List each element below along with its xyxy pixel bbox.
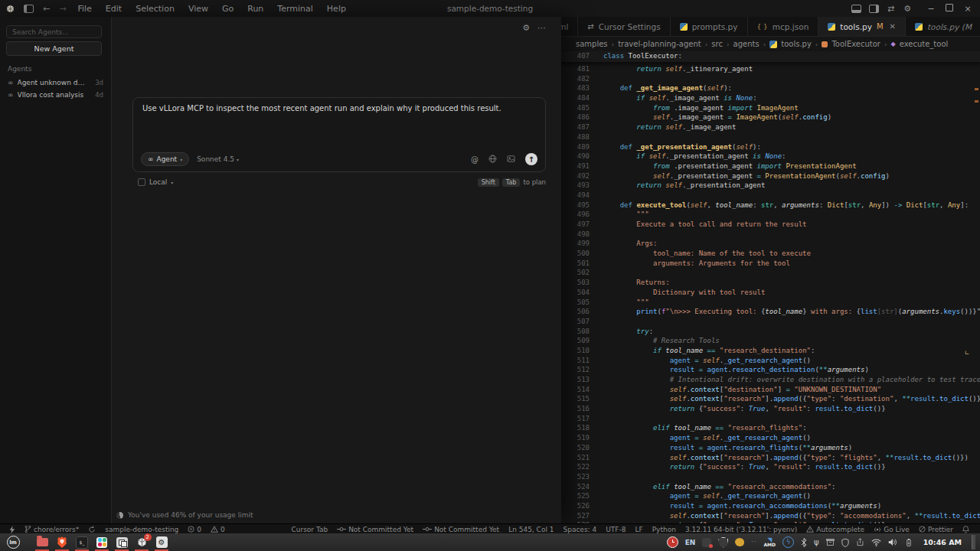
- statusbar-item-golive[interactable]: Go Live: [869, 526, 914, 533]
- editor-tab[interactable]: tools.pyM✕: [818, 17, 906, 36]
- breadcrumb-item[interactable]: agents: [733, 40, 760, 48]
- panel-right-icon[interactable]: [869, 5, 879, 13]
- maximize-button[interactable]: [940, 4, 959, 14]
- prompt-text[interactable]: Use vLLora MCP to inspect the most recen…: [142, 103, 536, 113]
- chat-more-icon[interactable]: ⋯: [537, 23, 546, 33]
- power-mode-icon[interactable]: ϟ: [782, 536, 794, 548]
- breadcrumb-item[interactable]: src: [711, 40, 723, 48]
- cube-app-button[interactable]: 2: [132, 533, 152, 551]
- menu-view[interactable]: View: [181, 4, 215, 14]
- statusbar-item-commit[interactable]: Not Committed Yet: [418, 526, 504, 533]
- new-agent-button[interactable]: New Agent: [6, 41, 102, 56]
- breadcrumb-item[interactable]: samples: [576, 40, 608, 48]
- mint-menu-button[interactable]: lm: [3, 533, 23, 551]
- terminal-app-button[interactable]: $_: [72, 533, 92, 551]
- mode-selector[interactable]: ∞ Agent ▾: [141, 152, 189, 166]
- archive-box-icon[interactable]: [826, 538, 835, 546]
- statusbar-item-branch[interactable]: chore/errors*: [20, 525, 83, 533]
- statusbar-label: sample-demo-testing: [105, 526, 178, 533]
- editor-tab[interactable]: tools.py (M: [906, 17, 980, 36]
- bird-tray-icon[interactable]: [735, 538, 744, 546]
- menu-selection[interactable]: Selection: [129, 4, 181, 14]
- statusbar-item-commit[interactable]: Not Committed Yet: [332, 526, 418, 533]
- send-button[interactable]: ↑: [525, 153, 537, 165]
- statusbar-item-sync[interactable]: [83, 526, 100, 533]
- slack-app-button[interactable]: [92, 533, 112, 551]
- nav-back-icon[interactable]: ←: [38, 4, 54, 14]
- security-shield-icon[interactable]: [841, 538, 849, 547]
- sidebar-agent-item[interactable]: ∞ Vllora cost analysis 4d: [5, 89, 106, 100]
- clock[interactable]: 10:46 AM: [923, 538, 962, 546]
- web-icon[interactable]: [488, 155, 497, 165]
- code-line: 482: [528, 74, 980, 84]
- trident-icon[interactable]: ψ: [814, 538, 819, 546]
- close-button[interactable]: ×: [959, 4, 977, 14]
- volume-icon[interactable]: [888, 538, 897, 546]
- shield-tray-icon[interactable]: [718, 537, 728, 548]
- breadcrumb-item[interactable]: execute_tool: [900, 40, 949, 48]
- model-selector[interactable]: Sonnet 4.5 ▾: [197, 155, 239, 163]
- statusbar-item-zap[interactable]: [5, 526, 20, 533]
- env-label[interactable]: Local: [149, 178, 167, 186]
- gear-icon[interactable]: ⚙: [899, 4, 916, 14]
- statusbar-item[interactable]: UTF-8: [601, 526, 630, 533]
- statusbar-item[interactable]: 3.12.11 64-bit ('3.12.11': pyenv): [681, 526, 802, 533]
- modified-indicator: M: [877, 22, 884, 31]
- statusbar-item[interactable]: Spaces: 4: [558, 526, 601, 533]
- wifi-icon[interactable]: [871, 539, 881, 546]
- editor-tab[interactable]: prompts.py: [671, 17, 748, 36]
- settings-app-button[interactable]: ⚙: [152, 533, 172, 551]
- tray-clock-icon[interactable]: [667, 536, 678, 548]
- bluetooth-icon[interactable]: [801, 538, 807, 547]
- scrollbar-change-mark: [975, 100, 978, 103]
- chat-settings-gear-icon[interactable]: ⚙: [522, 23, 530, 33]
- minimize-button[interactable]: −: [922, 4, 940, 14]
- sidebar-agent-item[interactable]: ∞ Agent unknown destin... 3d: [5, 77, 106, 88]
- statusbar-item[interactable]: Ln 545, Col 1: [504, 526, 558, 533]
- brave-app-button[interactable]: [52, 533, 72, 551]
- mention-icon[interactable]: @: [471, 155, 479, 164]
- search-input[interactable]: Search Agents...: [6, 25, 102, 38]
- statusbar-item-error[interactable]: 0: [183, 526, 206, 533]
- tray-overflow-dots[interactable]: ··: [751, 539, 756, 546]
- prompt-composer[interactable]: Use vLLora MCP to inspect the most recen…: [132, 97, 546, 172]
- language-indicator[interactable]: EN: [685, 539, 696, 546]
- chevron-down-icon: ▾: [237, 157, 239, 162]
- editor-tab[interactable]: ⇄Cursor Settings: [578, 17, 670, 36]
- statusbar-item-warning[interactable]: 0: [206, 526, 230, 533]
- breadcrumb-item[interactable]: travel-planning-agent: [618, 40, 701, 48]
- menu-run[interactable]: Run: [240, 4, 270, 14]
- shift-key: Shift: [478, 178, 499, 187]
- attach-image-icon[interactable]: [507, 155, 515, 165]
- menu-terminal[interactable]: Terminal: [270, 4, 320, 14]
- close-tab-icon[interactable]: ✕: [890, 22, 896, 31]
- sticky-scroll-line[interactable]: 407class ToolExecutor:: [528, 51, 980, 62]
- statusbar-item[interactable]: sample-demo-testing: [100, 526, 183, 533]
- share-arrow-icon[interactable]: [856, 538, 864, 546]
- menu-go[interactable]: Go: [215, 4, 240, 14]
- editor-tab[interactable]: { }mcp.json: [748, 17, 819, 36]
- layout-swap-icon[interactable]: ⇄: [883, 4, 899, 14]
- statusbar-item[interactable]: LF: [630, 526, 647, 533]
- show-desktop-button[interactable]: [972, 535, 975, 549]
- window-switcher-app-button[interactable]: [112, 533, 132, 551]
- menu-edit[interactable]: Edit: [99, 4, 129, 14]
- nav-forward-icon[interactable]: →: [54, 4, 70, 14]
- menu-help[interactable]: Help: [320, 4, 353, 14]
- statusbar-item[interactable]: Cursor Tab: [286, 526, 332, 533]
- statusbar-item-prettier[interactable]: Prettier: [914, 526, 958, 533]
- code-area[interactable]: 407class ToolExecutor: 481 return self._…: [528, 51, 980, 523]
- local-checkbox-icon[interactable]: [138, 178, 145, 186]
- panel-bottom-icon[interactable]: [851, 5, 861, 13]
- menu-file[interactable]: File: [70, 4, 98, 14]
- statusbar-item-bell[interactable]: [958, 526, 974, 533]
- breadcrumb-item[interactable]: ToolExecutor: [831, 40, 880, 48]
- slack-tray-icon[interactable]: [702, 538, 711, 547]
- breadcrumb-item[interactable]: tools.py: [781, 40, 812, 48]
- amd-tray-icon[interactable]: ◥AMD: [763, 538, 776, 546]
- files-app-button[interactable]: [32, 533, 52, 551]
- sidebar-toggle-icon[interactable]: [19, 5, 38, 13]
- statusbar-item[interactable]: Python: [648, 526, 681, 533]
- battery-icon[interactable]: [904, 538, 913, 547]
- statusbar-item-warning[interactable]: Autocomplete: [802, 526, 869, 533]
